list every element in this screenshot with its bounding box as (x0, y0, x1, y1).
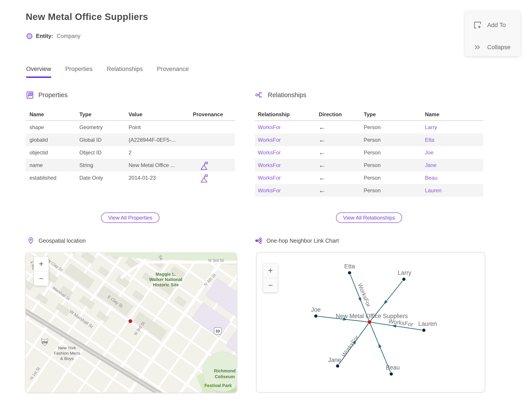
tab-overview[interactable]: Overview (26, 66, 51, 78)
related-entity-link[interactable]: Larry (425, 124, 483, 130)
related-entity-link[interactable]: Etta (425, 137, 483, 143)
link-chart[interactable]: WorksFor WorksFor WorksFor Etta Larry Jo… (256, 252, 485, 392)
table-row: WorksFor ← Person Larry (255, 121, 483, 134)
relationship-link[interactable]: WorksFor (258, 124, 319, 130)
link-chart-canvas: WorksFor WorksFor WorksFor Etta Larry Jo… (256, 252, 485, 392)
table-row: globalid Global ID {A228944F-0EF5-... (26, 134, 235, 146)
tab-provenance[interactable]: Provenance (157, 66, 189, 78)
table-row: WorksFor ← Person Jane (255, 159, 483, 171)
tab-bar: Overview Properties Relationships Proven… (26, 66, 189, 78)
add-to-label: Add To (487, 22, 506, 29)
svg-text:Richmond: Richmond (214, 368, 236, 373)
property-value: 2 (129, 149, 193, 156)
map-zoom-out-button[interactable]: − (34, 271, 48, 286)
chart-zoom-out-button[interactable]: − (263, 278, 278, 293)
property-name: objectid (29, 149, 79, 156)
entity-location-marker[interactable] (129, 319, 132, 323)
relationship-type: Person (364, 162, 425, 168)
relationship-link[interactable]: WorksFor (258, 137, 319, 143)
relationship-link[interactable]: WorksFor (258, 149, 319, 156)
property-name: established (29, 175, 79, 181)
property-value: {A228944F-0EF5-... (129, 137, 193, 143)
map-pin-icon (27, 237, 35, 244)
node-jane[interactable] (336, 364, 339, 368)
col-provenance: Provenance (193, 111, 235, 118)
relationship-link[interactable]: WorksFor (258, 175, 319, 181)
properties-title: Properties (38, 91, 68, 99)
relationships-section: Relationships Relationship Direction Typ… (255, 89, 483, 101)
svg-text:Jane: Jane (328, 357, 341, 363)
tab-relationships[interactable]: Relationships (107, 66, 143, 78)
col-value: Value (129, 111, 193, 118)
relationships-title: Relationships (268, 91, 306, 99)
view-all-properties-button[interactable]: View All Properties (101, 212, 160, 223)
property-type: Global ID (79, 137, 129, 143)
related-entity-link[interactable]: Beau (425, 175, 483, 181)
direction-arrow: ← (319, 161, 364, 169)
chart-node-labels: Etta Larry Joe Jane Beau Lauren New Meta… (311, 263, 437, 371)
chart-zoom-in-button[interactable]: + (263, 263, 278, 278)
table-row: WorksFor ← Person Etta (255, 134, 483, 146)
add-to-icon (473, 21, 481, 29)
svg-text:N 3rd St: N 3rd St (208, 258, 224, 263)
provenance-flag-icon[interactable] (200, 173, 209, 183)
svg-text:Etta: Etta (344, 263, 355, 270)
svg-text:Coliseum: Coliseum (215, 374, 235, 379)
relationship-type: Person (364, 137, 425, 143)
property-value: 2014-01-23 (129, 175, 193, 181)
svg-text:Fashion Mens: Fashion Mens (54, 351, 80, 356)
node-joe[interactable] (314, 314, 318, 318)
linkchart-title: One-hop Neighbor Link Chart (266, 237, 339, 244)
relationship-link[interactable]: WorksFor (258, 187, 319, 194)
direction-arrow: ← (319, 123, 364, 131)
table-row: WorksFor ← Person Joe (255, 146, 483, 159)
map-canvas: k Rd W Clay St Sa Marshall St W Marshall… (26, 253, 237, 392)
page-title: New Metal Office Suppliers (26, 12, 148, 22)
table-row: WorksFor ← Person Beau (255, 171, 483, 184)
map-zoom-control: + − (34, 257, 48, 286)
relationships-table-header: Relationship Direction Type Name (255, 108, 483, 121)
route-shield-33: 33 (214, 328, 221, 334)
linkchart-section-header: One-hop Neighbor Link Chart (255, 237, 339, 244)
col-name: Name (29, 111, 79, 118)
entity-label: Entity: (36, 33, 53, 39)
relationship-link[interactable]: WorksFor (258, 162, 319, 168)
provenance-flag-icon[interactable] (200, 160, 209, 170)
property-name: globalid (29, 137, 79, 143)
col-name: Name (425, 111, 483, 118)
node-lauren[interactable] (422, 329, 426, 332)
relationship-type: Person (364, 175, 425, 181)
direction-arrow: ← (319, 136, 364, 144)
table-row: established Date Only 2014-01-23 (26, 171, 235, 184)
properties-icon (26, 90, 34, 99)
map-zoom-in-button[interactable]: + (34, 257, 48, 271)
node-etta[interactable] (348, 271, 352, 275)
geospatial-title: Geospatial location (39, 237, 86, 244)
tab-properties[interactable]: Properties (65, 66, 93, 78)
property-type: Geometry (79, 124, 129, 130)
relationships-icon (255, 90, 264, 99)
related-entity-link[interactable]: Jane (425, 162, 483, 168)
node-larry[interactable] (402, 277, 406, 281)
property-value: New Metal Office ... (129, 162, 193, 168)
table-row: objectid Object ID 2 (26, 146, 235, 159)
node-center[interactable] (367, 320, 372, 324)
chart-zoom-control: + − (263, 263, 278, 292)
svg-text:Joe: Joe (311, 306, 321, 313)
svg-text:& Boys: & Boys (60, 356, 73, 361)
col-type: Type (364, 111, 425, 118)
direction-arrow: ← (319, 187, 364, 195)
property-type: Object ID (79, 149, 129, 156)
entity-type-icon (27, 33, 32, 39)
node-beau[interactable] (389, 372, 393, 376)
related-entity-link[interactable]: Lauren (425, 187, 483, 194)
view-all-relationships-button[interactable]: View All Relationships (336, 212, 402, 223)
relationships-section-header: Relationships (255, 89, 483, 101)
entity-detail-page: New Metal Office Suppliers Entity: Compa… (0, 0, 532, 405)
collapse-button[interactable]: Collapse (465, 40, 520, 55)
add-to-button[interactable]: Add To (465, 17, 520, 33)
svg-text:Festival Park: Festival Park (204, 383, 232, 388)
properties-section-header: Properties (26, 89, 235, 101)
geospatial-map[interactable]: k Rd W Clay St Sa Marshall St W Marshall… (26, 253, 237, 392)
related-entity-link[interactable]: Joe (425, 149, 483, 156)
